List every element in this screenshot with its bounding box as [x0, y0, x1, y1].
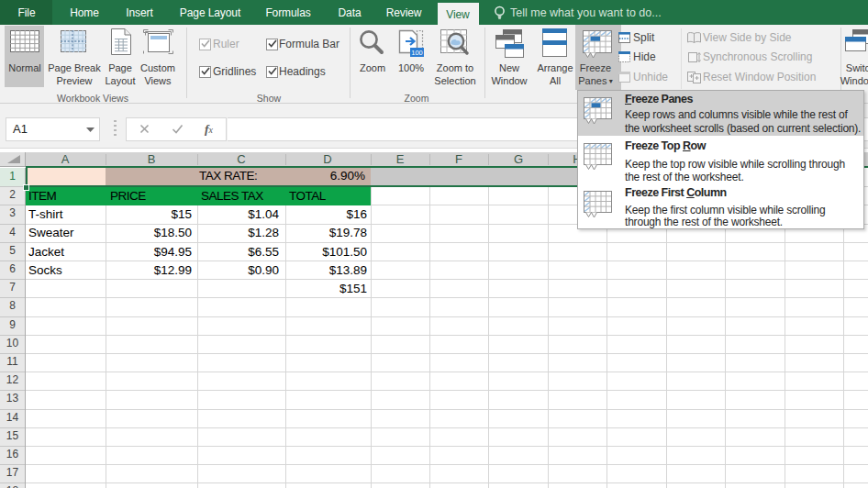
svg-text:100: 100 [411, 49, 423, 57]
